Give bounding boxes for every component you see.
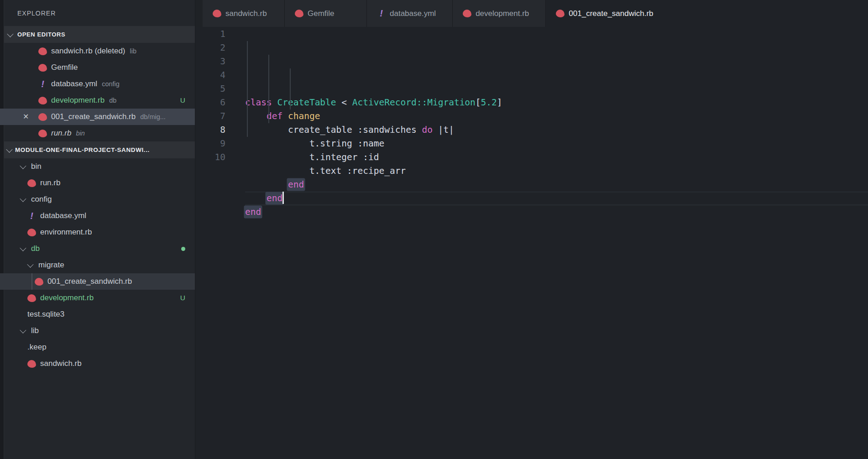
code-line-4[interactable]: t.string :name xyxy=(245,137,868,151)
open-editor-item[interactable]: Gemfile xyxy=(0,59,195,76)
file-name: database.yml xyxy=(40,211,86,220)
tab-label: development.rb xyxy=(476,9,529,18)
folder-name: lib xyxy=(31,326,39,335)
chevron-down-icon xyxy=(20,163,26,169)
file-tree: binrun.rbconfig!database.ymlenvironment.… xyxy=(0,158,195,372)
yaml-file-icon: ! xyxy=(38,79,47,89)
file-path-detail: lib xyxy=(130,47,137,55)
code-line-6[interactable]: t.text :recipe_arr xyxy=(245,164,868,178)
line-number: 4 xyxy=(195,68,225,82)
code-line-3[interactable]: create_table :sandwiches do |t| xyxy=(245,123,868,137)
tab-database.yml[interactable]: !database.yml xyxy=(367,0,453,27)
line-number: 7 xyxy=(195,110,225,123)
line-number: 8 xyxy=(195,123,225,137)
git-status-badge: U xyxy=(180,294,185,302)
tree-folder-migrate[interactable]: migrate xyxy=(0,257,195,273)
tree-file-sandwich.rb[interactable]: sandwich.rb xyxy=(0,355,195,372)
line-number: 3 xyxy=(195,55,225,68)
code-line-1[interactable]: class CreateTable < ActiveRecord::Migrat… xyxy=(245,96,868,110)
code-editor[interactable]: 12345678910 class CreateTable < ActiveRe… xyxy=(195,27,868,459)
chevron-down-icon xyxy=(6,146,12,152)
line-number: 1 xyxy=(195,27,225,41)
ruby-file-icon xyxy=(35,278,43,286)
explorer-sidebar: EXPLORER OPEN EDITORS sandwich.rb (delet… xyxy=(0,0,195,459)
open-editors-label: OPEN EDITORS xyxy=(17,31,65,38)
tree-file-.keep[interactable]: .keep xyxy=(0,339,195,355)
code-line-9[interactable]: end xyxy=(245,205,868,219)
ruby-file-icon xyxy=(27,360,36,368)
open-editor-item[interactable]: ✕001_create_sandwich.rbdb/mig... xyxy=(0,109,195,125)
chevron-down-icon xyxy=(7,31,13,37)
project-header[interactable]: MODULE-ONE-FINAL-PROJECT-SANDWI... xyxy=(0,141,195,158)
highlighted-word: end xyxy=(288,179,304,190)
ruby-file-icon xyxy=(27,294,36,302)
tree-file-database.yml[interactable]: !database.yml xyxy=(0,208,195,224)
code-token: t.string :name xyxy=(245,138,384,149)
folder-name: db xyxy=(31,244,40,253)
ruby-file-icon xyxy=(463,10,471,17)
tab-label: sandwich.rb xyxy=(225,9,267,18)
tab-bar: sandwich.rbGemfile!database.ymldevelopme… xyxy=(195,0,868,27)
folder-name: migrate xyxy=(38,261,64,270)
indent-guide xyxy=(290,68,291,110)
file-path-detail: db xyxy=(109,97,116,104)
code-token xyxy=(245,179,288,190)
text-cursor xyxy=(282,192,284,204)
tree-file-run.rb[interactable]: run.rb xyxy=(0,175,195,191)
open-editor-item[interactable]: development.rbdbU xyxy=(0,92,195,109)
tab-label: database.yml xyxy=(390,9,436,18)
tree-file-development.rb[interactable]: development.rbU xyxy=(0,290,195,306)
tab-001_create_sandwich.rb[interactable]: 001_create_sandwich.rb xyxy=(546,0,868,27)
open-editor-item[interactable]: sandwich.rb (deleted)lib xyxy=(0,43,195,59)
tree-folder-bin[interactable]: bin xyxy=(0,158,195,175)
line-number: 10 xyxy=(195,151,225,164)
code-content[interactable]: class CreateTable < ActiveRecord::Migrat… xyxy=(231,27,868,459)
tree-file-001_create_sandwich.rb[interactable]: 001_create_sandwich.rb xyxy=(0,273,195,290)
code-token: ] xyxy=(497,97,502,108)
folder-name: config xyxy=(31,195,52,204)
close-icon[interactable]: ✕ xyxy=(23,113,38,120)
file-name: Gemfile xyxy=(51,63,78,72)
file-name: 001_create_sandwich.rb xyxy=(47,277,132,286)
line-number: 2 xyxy=(195,41,225,55)
tab-label: Gemfile xyxy=(308,9,335,18)
file-name: test.sqlite3 xyxy=(27,310,64,319)
code-token: 5.2 xyxy=(481,97,497,108)
ruby-file-icon xyxy=(213,10,221,17)
code-line-8[interactable]: end xyxy=(245,192,868,205)
file-name: run.rb xyxy=(51,129,71,138)
explorer-title: EXPLORER xyxy=(0,0,195,26)
file-name: 001_create_sandwich.rb xyxy=(51,112,136,121)
ruby-file-icon xyxy=(38,130,47,137)
vscode-window: EXPLORER OPEN EDITORS sandwich.rb (delet… xyxy=(0,0,868,459)
ruby-file-icon xyxy=(38,64,47,72)
highlighted-word: end xyxy=(267,193,282,203)
open-editor-item[interactable]: !database.ymlconfig xyxy=(0,76,195,92)
file-name: run.rb xyxy=(40,178,60,188)
code-token: create_table :sandwiches xyxy=(245,125,422,135)
code-line-5[interactable]: t.integer :id xyxy=(245,151,868,164)
open-editor-item[interactable]: run.rbbin xyxy=(0,125,195,141)
tree-folder-lib[interactable]: lib xyxy=(0,323,195,339)
code-line-2[interactable]: def change xyxy=(245,110,868,123)
file-name: environment.rb xyxy=(40,228,92,237)
tab-development.rb[interactable]: development.rb xyxy=(453,0,546,27)
tab-Gemfile[interactable]: Gemfile xyxy=(285,0,367,27)
code-line-10[interactable] xyxy=(245,219,868,233)
code-token: [ xyxy=(476,97,481,108)
code-token: ActiveRecord::Migration xyxy=(352,97,476,108)
ruby-file-icon xyxy=(38,97,47,104)
open-editors-header[interactable]: OPEN EDITORS xyxy=(0,26,195,43)
file-path-detail: db/mig... xyxy=(140,113,166,120)
tree-file-environment.rb[interactable]: environment.rb xyxy=(0,224,195,240)
tree-file-test.sqlite3[interactable]: test.sqlite3 xyxy=(0,306,195,323)
file-name: development.rb xyxy=(51,96,105,105)
code-line-7[interactable]: end xyxy=(245,178,868,192)
open-editors-list: sandwich.rb (deleted)libGemfile!database… xyxy=(0,43,195,141)
tree-folder-db[interactable]: db xyxy=(0,240,195,257)
file-name: sandwich.rb xyxy=(40,359,82,368)
tab-sandwich.rb[interactable]: sandwich.rb xyxy=(203,0,285,27)
line-number: 5 xyxy=(195,82,225,96)
tree-folder-config[interactable]: config xyxy=(0,191,195,208)
code-token: t.text :recipe_arr xyxy=(245,166,406,176)
